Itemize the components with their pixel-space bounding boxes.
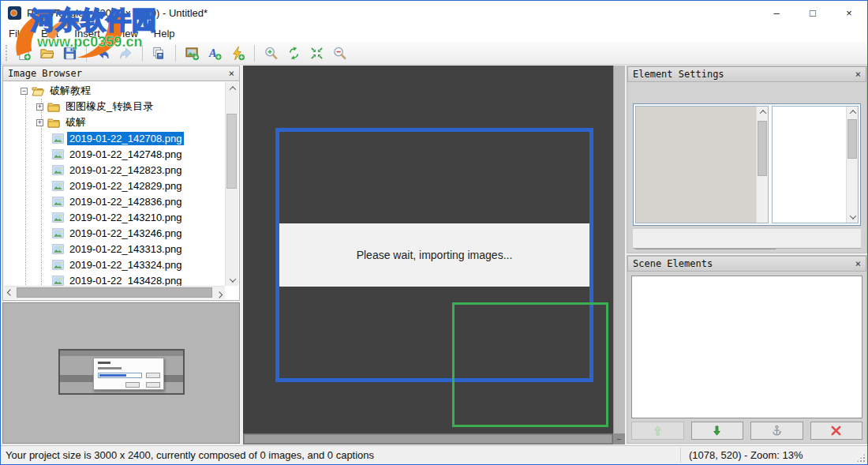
copy-icon[interactable] — [149, 43, 169, 63]
status-cursor-zoom: (1078, 520) - Zoom: 13% — [689, 446, 803, 464]
tree-item-label: 2019-01-22_143313.png — [67, 242, 184, 256]
tree-item-folder[interactable]: +破解 — [3, 114, 225, 130]
menu-view[interactable]: View — [108, 26, 146, 41]
menu-insert[interactable]: Insert — [66, 26, 108, 41]
tree-item-label: 2019-01-22_143324.png — [67, 258, 184, 272]
tree-item-image[interactable]: 2019-01-22_142829.png — [3, 178, 225, 193]
redo-icon — [116, 43, 136, 63]
zoom-out-icon[interactable] — [330, 43, 350, 63]
value-pane-scrollbar[interactable] — [846, 107, 858, 223]
menu-edit[interactable]: Edit — [33, 26, 66, 41]
folder-tree: −破解教程+图图橡皮_转换目录+破解2019-01-22_142708.png2… — [3, 83, 225, 287]
toolbar-separator — [142, 45, 143, 62]
image-file-icon — [52, 165, 64, 175]
image-file-icon — [52, 260, 64, 270]
canvas-horizontal-scrollbar[interactable] — [243, 433, 613, 444]
tree-item-image[interactable]: 2019-01-22_143428.png — [3, 272, 225, 287]
close-icon[interactable]: × — [855, 69, 861, 79]
status-bar: Your project size is 3000 x 2400, curren… — [1, 445, 867, 464]
image-file-icon — [52, 244, 64, 254]
settings-value-pane[interactable] — [772, 106, 859, 223]
open-project-icon[interactable] — [37, 43, 57, 63]
scene-elements-title: Scene Elements — [633, 258, 713, 269]
toolbar-separator — [86, 45, 87, 62]
image-browser-body: −破解教程+图图橡皮_转换目录+破解2019-01-22_142708.png2… — [2, 81, 240, 301]
tree-vertical-scrollbar[interactable] — [225, 82, 238, 286]
up-arrow-icon — [652, 425, 664, 437]
menu-bar: FileEditInsertViewHelp — [1, 25, 867, 42]
toolbar-separator — [175, 45, 176, 62]
window-controls: –□× — [758, 1, 867, 25]
expand-plus-icon[interactable]: + — [36, 103, 43, 111]
scene-elements-panel: Scene Elements × — [627, 255, 867, 444]
anchor-button[interactable] — [750, 422, 803, 440]
maximize-button[interactable]: □ — [795, 1, 831, 25]
tree-item-image[interactable]: 2019-01-22_143246.png — [3, 225, 225, 241]
collapse-minus-icon[interactable]: − — [21, 88, 28, 95]
image-browser-title: Image Browser — [8, 68, 82, 79]
tree-item-image[interactable]: 2019-01-22_142708.png — [3, 130, 225, 146]
image-file-icon — [52, 197, 64, 207]
tree-item-label: 图图橡皮_转换目录 — [63, 99, 155, 114]
thumbnail-dialog-graphic — [93, 358, 164, 390]
tree-item-label: 2019-01-22_143246.png — [67, 227, 184, 240]
tree-item-label: 2019-01-22_142823.png — [67, 163, 184, 177]
menu-help[interactable]: Help — [146, 26, 183, 41]
image-file-icon — [52, 149, 64, 159]
tree-item-image[interactable]: 2019-01-22_143210.png — [3, 209, 225, 225]
tree-item-image[interactable]: 2019-01-22_143324.png — [3, 257, 225, 272]
tree-item-folder[interactable]: −破解教程 — [3, 83, 225, 99]
menu-file[interactable]: File — [1, 26, 33, 41]
scene-elements-buttons — [631, 422, 862, 440]
close-button[interactable]: × — [831, 1, 867, 25]
expand-plus-icon[interactable]: + — [36, 119, 43, 126]
fit-view-icon[interactable] — [307, 43, 327, 63]
close-icon[interactable]: × — [229, 69, 234, 78]
image-file-icon — [52, 228, 64, 238]
element-settings-title: Element Settings — [633, 69, 724, 80]
scene-elements-header: Scene Elements × — [627, 256, 866, 272]
zoom-in-icon[interactable] — [261, 43, 281, 63]
tree-item-image[interactable]: 2019-01-22_142823.png — [3, 162, 225, 178]
settings-pane-scrollbar[interactable] — [756, 107, 768, 223]
selected-image-outline[interactable] — [452, 302, 608, 427]
resize-grip[interactable] — [856, 453, 866, 463]
tree-item-image[interactable]: 2019-01-22_143313.png — [3, 241, 225, 257]
svg-text:A: A — [208, 46, 217, 58]
element-settings-box — [633, 103, 861, 226]
composition-canvas[interactable]: Please wait, importing images... − — [243, 66, 625, 444]
canvas-vertical-scrollbar[interactable] — [613, 66, 625, 433]
add-effect-icon[interactable] — [228, 43, 248, 63]
anchor-icon — [771, 425, 783, 437]
move-down-button[interactable] — [691, 422, 744, 440]
tree-item-label: 2019-01-22_143428.png — [67, 274, 184, 287]
element-settings-footer — [633, 229, 861, 249]
tree-horizontal-scrollbar[interactable] — [4, 286, 225, 299]
tree-item-label: 破解 — [63, 114, 88, 130]
add-caption-icon[interactable]: A — [205, 43, 225, 63]
move-up-button — [631, 422, 684, 440]
toolbar-grip[interactable] — [6, 45, 8, 61]
tree-item-folder[interactable]: +图图橡皮_转换目录 — [3, 99, 225, 114]
tree-item-image[interactable]: 2019-01-22_142748.png — [3, 146, 225, 162]
canvas-scrollbar-corner: − — [613, 433, 625, 444]
app-icon — [8, 6, 21, 20]
delete-button[interactable] — [810, 422, 863, 440]
save-project-icon[interactable] — [60, 43, 80, 63]
toolbar-separator — [254, 45, 255, 62]
add-image-icon[interactable] — [182, 43, 202, 63]
element-settings-header: Element Settings × — [627, 66, 866, 82]
refresh-view-icon[interactable] — [284, 43, 304, 63]
image-preview-thumbnail — [58, 349, 185, 395]
image-browser-header: Image Browser × — [2, 66, 240, 81]
close-icon[interactable]: × — [855, 259, 861, 268]
new-project-icon[interactable] — [14, 43, 34, 63]
undo-icon[interactable] — [93, 43, 113, 63]
image-browser-panel: Image Browser × −破解教程+图图橡皮_转换目录+破解2019-0… — [2, 66, 240, 301]
minimize-button[interactable]: – — [758, 1, 795, 25]
settings-list-pane[interactable] — [635, 106, 769, 223]
tree-item-label: 2019-01-22_142829.png — [67, 179, 184, 193]
folder-icon — [47, 102, 60, 112]
tree-item-image[interactable]: 2019-01-22_142836.png — [3, 193, 225, 209]
scene-elements-list[interactable] — [631, 276, 862, 418]
